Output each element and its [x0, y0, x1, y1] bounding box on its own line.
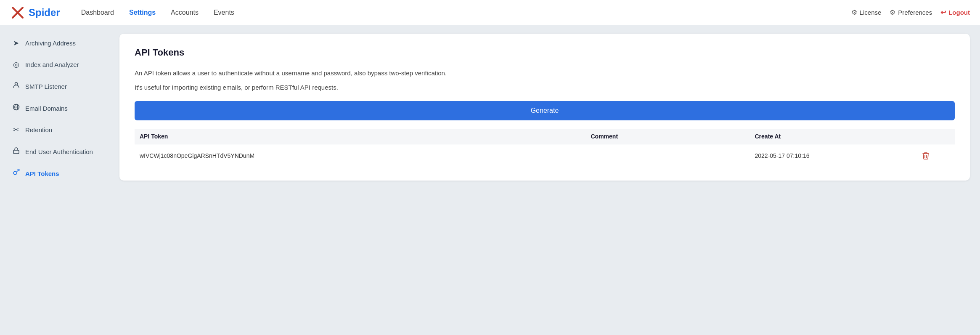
content-card: API Tokens An API token allows a user to…	[119, 34, 970, 181]
nav-accounts[interactable]: Accounts	[163, 0, 206, 25]
sidebar-item-retention[interactable]: ✂ Retention	[3, 120, 106, 140]
sidebar-item-end-user-auth[interactable]: End User Authentication	[3, 141, 106, 162]
token-value: wIVCWj1c08nOpeGigARSnHTdV5YNDunM	[135, 144, 586, 168]
table-header-row: API Token Comment Create At	[135, 129, 955, 144]
createat-value: 2022-05-17 07:10:16	[750, 144, 914, 168]
sidebar-label-retention: Retention	[25, 126, 52, 133]
sidebar-label-email-domains: Email Domains	[25, 105, 68, 112]
license-label: License	[860, 9, 882, 16]
nav-events[interactable]: Events	[206, 0, 242, 25]
navbar: Spider Dashboard Settings Accounts Event…	[0, 0, 980, 25]
description-line2: It's useful for importing existing email…	[135, 82, 955, 93]
delete-button[interactable]	[919, 150, 932, 161]
main-content: API Tokens An API token allows a user to…	[109, 25, 980, 335]
delete-cell	[914, 144, 955, 168]
generate-button[interactable]: Generate	[135, 101, 955, 120]
email-domains-icon	[12, 104, 20, 113]
comment-value	[586, 144, 750, 168]
nav-dashboard[interactable]: Dashboard	[74, 0, 122, 25]
logout-label: Logout	[948, 9, 970, 16]
sidebar: ➤ Archiving Address ◎ Index and Analyzer…	[0, 25, 109, 335]
col-header-comment: Comment	[586, 129, 750, 144]
smtp-listener-icon	[12, 82, 20, 91]
sidebar-label-api-tokens: API Tokens	[25, 170, 59, 177]
license-button[interactable]: ⚙ License	[851, 8, 882, 16]
logout-icon: ↩	[940, 8, 946, 16]
svg-rect-7	[13, 150, 19, 154]
license-icon: ⚙	[851, 8, 857, 16]
navbar-nav: Dashboard Settings Accounts Events	[74, 0, 851, 25]
svg-point-3	[15, 82, 17, 85]
archiving-address-icon: ➤	[12, 39, 20, 48]
table-row: wIVCWj1c08nOpeGigARSnHTdV5YNDunM 2022-05…	[135, 144, 955, 168]
sidebar-item-api-tokens[interactable]: API Tokens	[3, 163, 106, 184]
preferences-label: Preferences	[898, 9, 932, 16]
end-user-auth-icon	[12, 147, 20, 156]
index-analyzer-icon: ◎	[12, 60, 20, 69]
brand-logo-icon	[10, 5, 25, 20]
svg-point-8	[13, 171, 17, 175]
col-header-createat: Create At	[750, 129, 914, 144]
nav-settings[interactable]: Settings	[122, 0, 163, 25]
table-header: API Token Comment Create At	[135, 129, 955, 144]
retention-icon: ✂	[12, 125, 20, 134]
api-tokens-icon	[12, 169, 20, 178]
sidebar-item-index-analyzer[interactable]: ◎ Index and Analyzer	[3, 54, 106, 75]
card-title: API Tokens	[135, 47, 955, 58]
page-layout: ➤ Archiving Address ◎ Index and Analyzer…	[0, 25, 980, 335]
description-line1: An API token allows a user to authentica…	[135, 68, 955, 78]
navbar-right: ⚙ License ⚙ Preferences ↩ Logout	[851, 8, 970, 16]
sidebar-label-smtp-listener: SMTP Listener	[25, 83, 67, 90]
brand-name: Spider	[29, 7, 60, 19]
sidebar-item-archiving-address[interactable]: ➤ Archiving Address	[3, 33, 106, 53]
token-table: API Token Comment Create At wIVCWj1c08nO…	[135, 129, 955, 167]
col-header-action	[914, 129, 955, 144]
preferences-icon: ⚙	[890, 8, 895, 16]
sidebar-label-end-user-auth: End User Authentication	[25, 148, 93, 155]
sidebar-label-index-analyzer: Index and Analyzer	[25, 61, 79, 68]
svg-line-11	[18, 169, 19, 170]
col-header-token: API Token	[135, 129, 586, 144]
sidebar-label-archiving-address: Archiving Address	[25, 40, 76, 47]
table-body: wIVCWj1c08nOpeGigARSnHTdV5YNDunM 2022-05…	[135, 144, 955, 168]
sidebar-item-email-domains[interactable]: Email Domains	[3, 98, 106, 119]
logout-button[interactable]: ↩ Logout	[940, 8, 970, 16]
brand[interactable]: Spider	[10, 5, 60, 20]
sidebar-item-smtp-listener[interactable]: SMTP Listener	[3, 76, 106, 97]
preferences-button[interactable]: ⚙ Preferences	[890, 8, 932, 16]
